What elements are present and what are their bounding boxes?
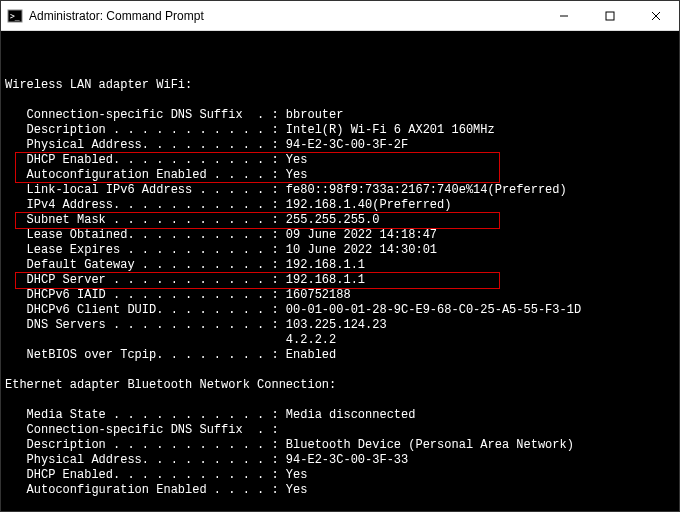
terminal-line: Autoconfiguration Enabled . . . . : Yes (5, 168, 675, 183)
window-controls (541, 1, 679, 30)
terminal-line: DHCPv6 Client DUID. . . . . . . . : 00-0… (5, 303, 675, 318)
maximize-button[interactable] (587, 1, 633, 30)
terminal-line: Wireless LAN adapter WiFi: (5, 78, 675, 93)
terminal-line: NetBIOS over Tcpip. . . . . . . . : Enab… (5, 348, 675, 363)
svg-text:>_: >_ (10, 12, 20, 21)
terminal-line: Lease Expires . . . . . . . . . . : 10 J… (5, 243, 675, 258)
terminal-line: DHCP Enabled. . . . . . . . . . . : Yes (5, 468, 675, 483)
minimize-button[interactable] (541, 1, 587, 30)
terminal-line: DNS Servers . . . . . . . . . . . : 103.… (5, 318, 675, 333)
terminal-line: Description . . . . . . . . . . . : Inte… (5, 123, 675, 138)
terminal-line: Link-local IPv6 Address . . . . . : fe80… (5, 183, 675, 198)
terminal-line: IPv4 Address. . . . . . . . . . . : 192.… (5, 198, 675, 213)
terminal-line: 4.2.2.2 (5, 333, 675, 348)
terminal-line (5, 393, 675, 408)
terminal-line: Subnet Mask . . . . . . . . . . . : 255.… (5, 213, 675, 228)
terminal-line (5, 363, 675, 378)
terminal-line: Autoconfiguration Enabled . . . . : Yes (5, 483, 675, 498)
terminal-line: Physical Address. . . . . . . . . : 94-E… (5, 453, 675, 468)
svg-rect-3 (606, 12, 614, 20)
terminal-line: Physical Address. . . . . . . . . : 94-E… (5, 138, 675, 153)
command-prompt-window: >_ Administrator: Command Prompt Wireles… (0, 0, 680, 512)
titlebar[interactable]: >_ Administrator: Command Prompt (1, 1, 679, 31)
terminal-line: Ethernet adapter Bluetooth Network Conne… (5, 378, 675, 393)
terminal-line: Lease Obtained. . . . . . . . . . : 09 J… (5, 228, 675, 243)
terminal-line: DHCP Enabled. . . . . . . . . . . : Yes (5, 153, 675, 168)
terminal-line: Media State . . . . . . . . . . . : Medi… (5, 408, 675, 423)
terminal-line: Connection-specific DNS Suffix . : (5, 423, 675, 438)
terminal-area[interactable]: Wireless LAN adapter WiFi: Connection-sp… (1, 31, 679, 511)
cmd-icon: >_ (7, 8, 23, 24)
terminal-line (5, 498, 675, 511)
terminal-line: DHCP Server . . . . . . . . . . . : 192.… (5, 273, 675, 288)
terminal-line (5, 93, 675, 108)
terminal-line: DHCPv6 IAID . . . . . . . . . . . : 1607… (5, 288, 675, 303)
window-title: Administrator: Command Prompt (29, 9, 541, 23)
close-button[interactable] (633, 1, 679, 30)
terminal-line: Default Gateway . . . . . . . . . : 192.… (5, 258, 675, 273)
terminal-line: Description . . . . . . . . . . . : Blue… (5, 438, 675, 453)
terminal-line: Connection-specific DNS Suffix . : bbrou… (5, 108, 675, 123)
